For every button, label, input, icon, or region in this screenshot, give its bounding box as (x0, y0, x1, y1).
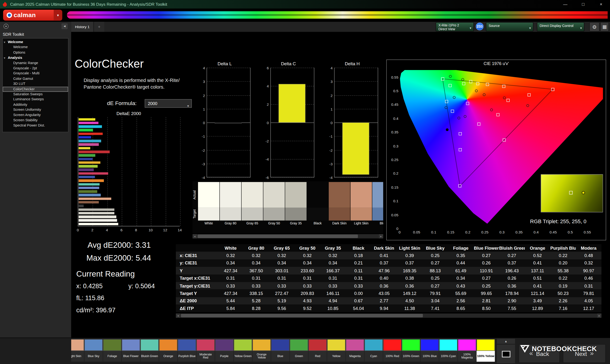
patch-green[interactable]: Green (290, 339, 308, 362)
scroll-right-icon[interactable]: ▸ (379, 234, 383, 238)
scroll-left-icon[interactable]: ◂ (176, 313, 180, 318)
tree-item-label: Luminance Sweeps (13, 97, 44, 101)
sidebar-item-colorchecker[interactable]: ColorChecker (3, 87, 68, 92)
patch-color (383, 339, 402, 351)
patch-foliage[interactable]: Foliage (103, 339, 121, 362)
patch-100-cyan[interactable]: 100% Cyan (439, 339, 457, 362)
axis-tick-label: -2 (260, 139, 269, 143)
scroll-right-icon[interactable]: ▸ (597, 313, 601, 318)
layout-button[interactable]: ▦ (600, 22, 609, 31)
patch-purple[interactable]: Purple (215, 339, 234, 362)
sidebar-item-screen-stability[interactable]: Screen Stability (3, 118, 68, 123)
minimize-button[interactable]: — (556, 0, 574, 9)
cie-target-marker (527, 93, 531, 96)
logo-dropdown-arrow-icon[interactable]: ▼ (54, 10, 62, 21)
table-cell: 4.94 (320, 299, 346, 303)
source-dropdown[interactable]: Source ▼ (486, 22, 533, 31)
table-cell: 99.65 (473, 291, 499, 296)
swatch-scroll-thumb[interactable] (197, 234, 358, 238)
patch-blue-flower[interactable]: Blue Flower (122, 339, 140, 362)
table-scroll-thumb[interactable] (181, 314, 423, 318)
calman-logo-button[interactable]: calman ▼ (3, 10, 62, 21)
table-cell: 5.28 (244, 299, 269, 303)
sidebar-section-welcome[interactable]: ▾Welcome (3, 40, 68, 45)
table-row-target-y-cie31: Target y:CIE310.330.330.330.330.330.330.… (176, 282, 601, 290)
sidebar-collapse-button[interactable]: ◄ (62, 23, 68, 29)
sidebar-item-color-gamut[interactable]: Color Gamut (3, 76, 68, 81)
patch-blue[interactable]: Blue (271, 339, 289, 362)
workflow-options-button[interactable] (4, 24, 9, 29)
cie-target-marker (503, 139, 506, 142)
sidebar-item-additivity[interactable]: Additivity (3, 102, 68, 107)
table-cell: 0.31 (218, 276, 243, 281)
table-cell: 11.38 (397, 306, 422, 311)
chevron-down-icon: ▼ (529, 27, 531, 29)
patch-moderate-red[interactable]: Moderate Red (196, 339, 215, 362)
patch-100-green[interactable]: 100% Green (402, 339, 420, 362)
patch-orange-yellow[interactable]: Orange Yellow (253, 339, 271, 362)
meter-dropdown[interactable]: X-Rite i1Pro 2 Direct View ▼ (436, 22, 474, 31)
sidebar-item-3d-lut[interactable]: 3D LUT (3, 81, 68, 87)
sidebar-item-dynamic-range[interactable]: Dynamic Range (3, 61, 68, 66)
patch-100-red[interactable]: 100% Red (383, 339, 402, 362)
sidebar-item-grayscale-multi[interactable]: Grayscale - Multi (3, 71, 68, 76)
patch-red[interactable]: Red (309, 339, 327, 362)
pattern-window-button[interactable] (497, 345, 515, 363)
table-cell: 61.49 (448, 268, 473, 273)
tab-history-1[interactable]: History 1 (71, 22, 94, 32)
table-cell: 0.27 (422, 284, 448, 288)
settings-button[interactable]: ⚙ (589, 22, 599, 31)
delta-bar (342, 122, 369, 175)
patch-magenta[interactable]: Magenta (346, 339, 364, 362)
patch-yellow-green[interactable]: Yellow Green (234, 339, 252, 362)
axis-tick-label: 4 (104, 228, 110, 232)
maximize-button[interactable]: □ (574, 0, 592, 9)
axis-tick-label: 0.45 (388, 103, 398, 107)
cie-target-marker (476, 82, 479, 85)
table-cell: 0.25 (473, 284, 499, 288)
patch-light-skin[interactable]: Light Skin (71, 339, 84, 362)
axis-tick-label: 0.2 (462, 230, 474, 234)
patch-yellow[interactable]: Yellow (327, 339, 346, 362)
patch-orange[interactable]: Orange (159, 339, 178, 362)
swatch-scroll-track[interactable] (197, 234, 379, 238)
sidebar-item-luminance-sweeps[interactable]: Luminance Sweeps (3, 97, 68, 102)
table-cell: 8.28 (244, 306, 269, 311)
table-cell: 8.50 (473, 306, 499, 311)
new-tab-button[interactable]: + (94, 22, 104, 32)
sidebar-item-welcome[interactable]: Welcome (3, 45, 68, 50)
tree-item-label: Screen Uniformity (13, 108, 41, 112)
patch-bluish-green[interactable]: Bluish Green (140, 339, 159, 362)
patch-100-yellow[interactable]: 100% Yellow (477, 339, 495, 362)
gridline (271, 159, 314, 160)
close-button[interactable]: × (592, 0, 610, 9)
cie-target-marker (458, 184, 462, 187)
sidebar-item-screen-angularity[interactable]: Screen Angularity (3, 113, 68, 118)
sidebar-item-screen-uniformity[interactable]: Screen Uniformity (3, 107, 68, 113)
patch-cyan[interactable]: Cyan (364, 339, 383, 362)
patch-purplish-blue[interactable]: Purplish Blue (178, 339, 196, 362)
tree-item-label: Grayscale - 2pt (13, 66, 37, 70)
sidebar-item-saturation-sweeps[interactable]: Saturation Sweeps (3, 92, 68, 97)
table-scrollbar[interactable]: ◂ ▸ (176, 313, 601, 318)
display-control-dropdown[interactable]: Direct Display Control ▼ (537, 22, 584, 31)
patch-bar-expand-button[interactable]: ▴ (497, 339, 515, 344)
table-cell: 0.67 (346, 299, 371, 303)
de-formula-dropdown[interactable]: 2000 ▼ (145, 99, 192, 108)
sidebar-item-options[interactable]: Options (3, 50, 68, 55)
sidebar-section-analysis[interactable]: ▾Analysis (3, 55, 68, 61)
patch-label: 100% Blue (421, 351, 439, 362)
delta-h-chart: Delta H 43210-1-2-3-4 (324, 62, 380, 183)
swatch-dark-skin: Dark Skin (329, 182, 350, 228)
swatch-scrollbar[interactable]: ◂ ▸ (193, 234, 383, 238)
table-cell: 0.34 (320, 261, 346, 266)
patch-100-magenta[interactable]: 100% Magenta (458, 339, 476, 362)
sidebar-item-spectral-power-dist[interactable]: Spectral Power Dist. (3, 123, 68, 128)
table-scroll-track[interactable] (180, 313, 597, 318)
chevron-down-icon: ▼ (187, 102, 189, 110)
patch-100-blue[interactable]: 100% Blue (421, 339, 439, 362)
scroll-left-icon[interactable]: ◂ (193, 234, 197, 238)
sidebar-item-grayscale-2pt[interactable]: Grayscale - 2pt (3, 66, 68, 71)
patch-blue-sky[interactable]: Blue Sky (84, 339, 103, 362)
cie-target-marker (451, 110, 454, 113)
